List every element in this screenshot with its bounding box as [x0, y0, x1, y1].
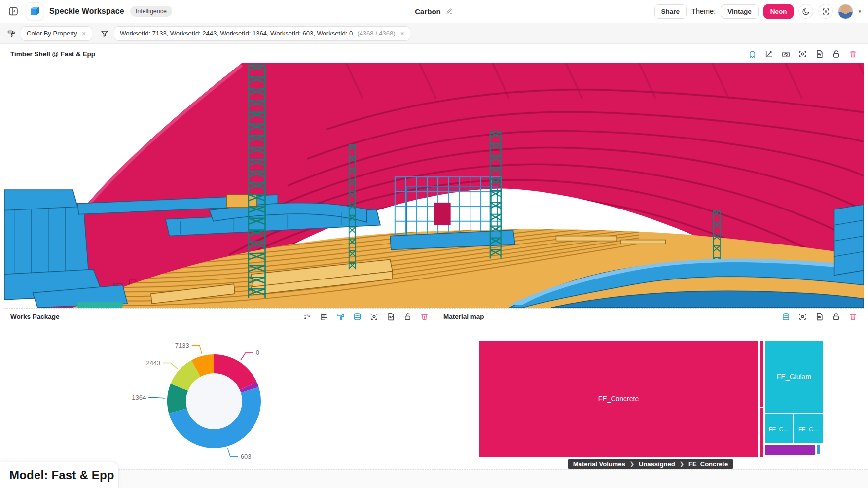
donut-leader-line — [192, 346, 202, 354]
speckle-logo[interactable] — [26, 2, 43, 20]
theme-label: Theme: — [691, 7, 716, 15]
chip-label: WorksetId: 7133, WorksetId: 2443, Workse… — [120, 30, 353, 37]
donut-label: 603 — [241, 453, 252, 460]
breadcrumb-item[interactable]: Unassigned — [639, 460, 675, 468]
works-package-toolbar — [302, 312, 429, 321]
breadcrumb-separator-icon: ❯ — [630, 461, 634, 467]
works-package-panel: Works Package 0603136424437133 — [4, 308, 435, 469]
material-map-panel: Material map FE_ConcreteFE_GlulamFE_C…FE… — [437, 308, 864, 469]
remove-chip-icon[interactable]: × — [400, 30, 405, 37]
lock-open-icon[interactable] — [832, 312, 841, 321]
treemap-breadcrumb: Material Volumes❯Unassigned❯FE_Concrete — [437, 459, 864, 469]
breadcrumb-separator-icon: ❯ — [680, 461, 684, 467]
report-icon[interactable] — [815, 312, 824, 321]
expand-icon — [823, 9, 828, 14]
paint-roller-icon[interactable] — [7, 29, 16, 38]
works-package-title: Works Package — [10, 313, 60, 320]
funnel-icon[interactable] — [100, 29, 109, 38]
material-map-treemap[interactable]: FE_ConcreteFE_GlulamFE_C…FE_C… — [479, 341, 824, 457]
remove-chip-icon[interactable]: × — [82, 30, 87, 37]
chevron-down-icon[interactable]: ▾ — [858, 8, 861, 15]
fullscreen-button[interactable] — [818, 4, 833, 19]
ghost-icon[interactable] — [748, 49, 757, 59]
camera-reset-icon[interactable] — [781, 49, 791, 59]
viewer-panel: Timber Shell @ Fast & Epp — [4, 44, 864, 308]
report-icon[interactable] — [386, 312, 396, 321]
report-icon[interactable] — [815, 49, 824, 59]
donut-label: 7133 — [175, 342, 189, 349]
donut-leader-line — [228, 448, 238, 456]
theme-neon-button[interactable]: Neon — [763, 4, 794, 19]
donut-leader-line — [241, 353, 253, 360]
trash-icon[interactable] — [848, 312, 858, 321]
focus-icon[interactable] — [798, 312, 807, 321]
paint-roller-icon[interactable] — [336, 312, 345, 321]
viewer-toolbar — [748, 49, 858, 59]
trash-icon[interactable] — [848, 49, 858, 59]
treemap-tile[interactable] — [817, 445, 820, 454]
page-footer — [0, 469, 868, 488]
material-map-title: Material map — [443, 313, 484, 320]
treemap-tile[interactable] — [760, 408, 763, 457]
edit-title-icon[interactable] — [445, 7, 453, 15]
donut-leader-line — [148, 398, 165, 398]
breadcrumb-item[interactable]: Material Volumes — [573, 460, 625, 468]
breadcrumb-item[interactable]: FE_Concrete — [688, 460, 728, 468]
chip-label: Color By Property — [27, 30, 77, 37]
chip-count: (4368 / 4368) — [357, 30, 395, 37]
viewer-title: Timber Shell @ Fast & Epp — [10, 50, 95, 58]
donut-label: 0 — [256, 349, 259, 356]
lock-open-icon[interactable] — [832, 49, 841, 59]
database-icon[interactable] — [781, 312, 791, 321]
timber-shell-3d-render — [4, 63, 864, 308]
dark-mode-button[interactable] — [798, 4, 813, 19]
donut-label: 1364 — [132, 394, 146, 401]
focus-icon[interactable] — [798, 49, 807, 59]
treemap-tile-label: FE_Concrete — [598, 395, 639, 403]
model-viewport[interactable] — [4, 63, 864, 308]
sidebar-collapse-icon[interactable] — [7, 5, 20, 18]
model-name-label: Model: Fast & Epp — [9, 468, 114, 482]
workset-filter-chip[interactable]: WorksetId: 7133, WorksetId: 2443, Workse… — [114, 26, 410, 41]
share-button[interactable]: Share — [654, 4, 687, 19]
color-by-property-chip[interactable]: Color By Property × — [21, 26, 92, 41]
corner-chart-icon[interactable] — [764, 49, 774, 59]
avatar[interactable] — [838, 4, 853, 19]
app-title: Speckle Workspace — [49, 7, 124, 16]
model-name-card: Model: Fast & Epp — [0, 462, 119, 488]
document-title: Carbon — [415, 7, 441, 16]
material-map-toolbar — [781, 312, 858, 321]
moon-icon — [803, 9, 809, 15]
trash-icon[interactable] — [420, 312, 429, 321]
filter-bar: Color By Property × WorksetId: 7133, Wor… — [0, 23, 868, 44]
treemap-tile-label: FE_Glulam — [777, 373, 811, 381]
donut-leader-line — [163, 363, 177, 369]
top-bar: Speckle Workspace Intelligence Carbon Sh… — [0, 0, 868, 23]
treemap-tile-label: FE_C… — [798, 426, 819, 432]
bars-chart-icon[interactable] — [319, 312, 328, 321]
treemap-tile-label: FE_C… — [769, 426, 789, 432]
lock-open-icon[interactable] — [403, 312, 412, 321]
treemap-tile[interactable] — [765, 445, 815, 455]
treemap-tile[interactable] — [760, 341, 763, 407]
focus-icon[interactable] — [369, 312, 379, 321]
isolate-icon[interactable] — [302, 312, 312, 321]
database-icon[interactable] — [353, 312, 362, 321]
donut-label: 2443 — [146, 359, 160, 367]
theme-vintage-button[interactable]: Vintage — [721, 4, 759, 19]
works-package-donut-chart[interactable]: 0603136424437133 — [4, 324, 436, 470]
intelligence-badge: Intelligence — [130, 6, 172, 17]
